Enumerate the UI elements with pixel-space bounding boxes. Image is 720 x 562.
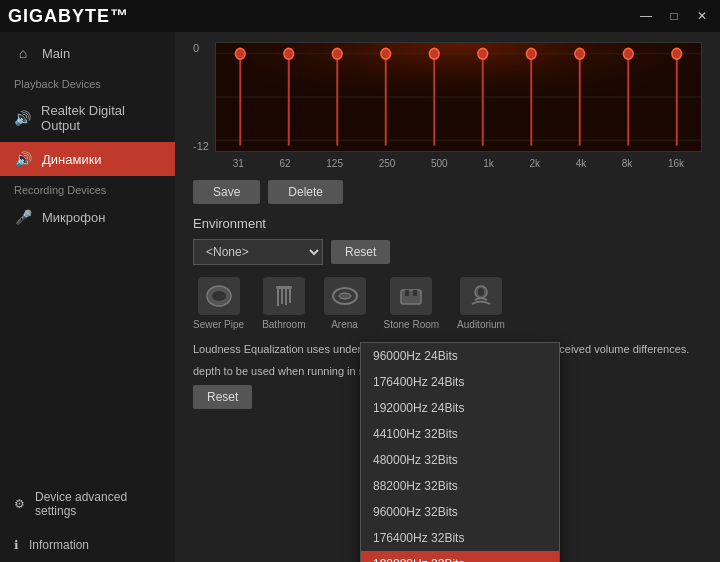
realtek-label: Realtek Digital Output xyxy=(41,103,161,133)
eq-label-250: 250 xyxy=(379,158,396,169)
app-logo: GIGABYTE™ xyxy=(8,6,129,27)
bathroom-icon xyxy=(263,277,305,315)
minimize-button[interactable]: — xyxy=(636,9,656,23)
close-button[interactable]: ✕ xyxy=(692,9,712,23)
save-delete-row: Save Delete xyxy=(193,180,702,204)
bottom-reset-button[interactable]: Reset xyxy=(193,385,252,409)
auditorium-icon xyxy=(460,277,502,315)
sidebar-item-information[interactable]: ℹ Information xyxy=(0,528,175,562)
env-icon-auditorium[interactable]: Auditorium xyxy=(457,277,505,330)
save-button[interactable]: Save xyxy=(193,180,260,204)
maximize-button[interactable]: □ xyxy=(664,9,684,23)
dinamiki-label: Динамики xyxy=(42,152,102,167)
app-body: ⌂ Main Playback Devices 🔊 Realtek Digita… xyxy=(0,32,720,562)
recording-devices-label: Recording Devices xyxy=(0,176,175,200)
environment-title: Environment xyxy=(193,216,702,231)
eq-label-62: 62 xyxy=(280,158,291,169)
sidebar-item-realtek[interactable]: 🔊 Realtek Digital Output xyxy=(0,94,175,142)
environment-icons: Sewer Pipe Bathroom Arena Stone Room xyxy=(193,277,702,330)
content-area: 0 -12 xyxy=(175,32,720,562)
svg-point-8 xyxy=(284,48,294,59)
auditorium-label: Auditorium xyxy=(457,319,505,330)
title-bar: GIGABYTE™ — □ ✕ xyxy=(0,0,720,32)
speaker-icon-dinamiki: 🔊 xyxy=(14,151,32,167)
eq-label-2k: 2k xyxy=(529,158,540,169)
dropdown-item-4[interactable]: 48000Hz 32Bits xyxy=(361,447,559,473)
eq-label-16k: 16k xyxy=(668,158,684,169)
dropdown-item-8[interactable]: 192000Hz 32Bits xyxy=(361,551,559,562)
sidebar-item-device-settings[interactable]: ⚙ Device advanced settings xyxy=(0,480,175,528)
svg-point-6 xyxy=(235,48,245,59)
environment-select[interactable]: <None> xyxy=(193,239,323,265)
sidebar-item-dinamiki[interactable]: 🔊 Динамики xyxy=(0,142,175,176)
dropdown-item-1[interactable]: 176400Hz 24Bits xyxy=(361,369,559,395)
eq-label-minus12: -12 xyxy=(193,140,213,152)
stone-room-icon xyxy=(390,277,432,315)
dropdown-item-0[interactable]: 96000Hz 24Bits xyxy=(361,343,559,369)
eq-label-0: 0 xyxy=(193,42,213,54)
svg-point-20 xyxy=(575,48,585,59)
arena-icon xyxy=(324,277,366,315)
svg-rect-34 xyxy=(401,290,421,304)
svg-point-16 xyxy=(478,48,488,59)
information-label: Information xyxy=(29,538,89,552)
svg-rect-35 xyxy=(405,290,409,296)
dropdown-item-6[interactable]: 96000Hz 32Bits xyxy=(361,499,559,525)
sidebar-spacer xyxy=(0,234,175,480)
mic-label: Микрофон xyxy=(42,210,105,225)
window-controls[interactable]: — □ ✕ xyxy=(636,9,712,23)
env-icon-stone-room[interactable]: Stone Room xyxy=(384,277,440,330)
environment-reset-button[interactable]: Reset xyxy=(331,240,390,264)
sewer-pipe-label: Sewer Pipe xyxy=(193,319,244,330)
dropdown-popup: 96000Hz 24Bits 176400Hz 24Bits 192000Hz … xyxy=(360,342,560,562)
eq-label-1k: 1k xyxy=(483,158,494,169)
dropdown-item-3[interactable]: 44100Hz 32Bits xyxy=(361,421,559,447)
env-icon-arena[interactable]: Arena xyxy=(324,277,366,330)
sidebar: ⌂ Main Playback Devices 🔊 Realtek Digita… xyxy=(0,32,175,562)
dropdown-item-5[interactable]: 88200Hz 32Bits xyxy=(361,473,559,499)
environment-row: <None> Reset xyxy=(193,239,702,265)
bathroom-label: Bathroom xyxy=(262,319,305,330)
sidebar-item-mic[interactable]: 🎤 Микрофон xyxy=(0,200,175,234)
eq-x-labels: 31 62 125 250 500 1k 2k 4k 8k 16k xyxy=(215,154,702,172)
dropdown-item-2[interactable]: 192000Hz 24Bits xyxy=(361,395,559,421)
svg-point-26 xyxy=(212,291,226,301)
svg-point-12 xyxy=(381,48,391,59)
svg-rect-27 xyxy=(276,286,292,289)
arena-label: Arena xyxy=(331,319,358,330)
info-icon: ℹ xyxy=(14,538,19,552)
eq-label-31: 31 xyxy=(233,158,244,169)
eq-label-8k: 8k xyxy=(622,158,633,169)
eq-svg xyxy=(216,43,701,151)
dropdown-item-7[interactable]: 176400Hz 32Bits xyxy=(361,525,559,551)
svg-point-18 xyxy=(526,48,536,59)
svg-rect-36 xyxy=(413,290,417,296)
sidebar-item-main[interactable]: ⌂ Main xyxy=(0,36,175,70)
stone-room-label: Stone Room xyxy=(384,319,440,330)
svg-point-22 xyxy=(623,48,633,59)
device-settings-label: Device advanced settings xyxy=(35,490,161,518)
playback-devices-label: Playback Devices xyxy=(0,70,175,94)
home-icon: ⌂ xyxy=(14,45,32,61)
svg-point-10 xyxy=(332,48,342,59)
eq-label-4k: 4k xyxy=(576,158,587,169)
svg-point-24 xyxy=(672,48,682,59)
eq-label-500: 500 xyxy=(431,158,448,169)
speaker-icon-realtek: 🔊 xyxy=(14,110,31,126)
env-icon-bathroom[interactable]: Bathroom xyxy=(262,277,305,330)
delete-button[interactable]: Delete xyxy=(268,180,343,204)
env-icon-sewer-pipe[interactable]: Sewer Pipe xyxy=(193,277,244,330)
eq-container: 0 -12 xyxy=(193,42,702,172)
eq-y-labels: 0 -12 xyxy=(193,42,213,152)
mic-icon: 🎤 xyxy=(14,209,32,225)
sidebar-main-label: Main xyxy=(42,46,70,61)
svg-point-14 xyxy=(429,48,439,59)
eq-label-125: 125 xyxy=(326,158,343,169)
gear-icon: ⚙ xyxy=(14,497,25,511)
sewer-pipe-icon xyxy=(198,277,240,315)
svg-point-33 xyxy=(339,293,351,299)
svg-point-38 xyxy=(478,288,484,296)
eq-chart-area[interactable] xyxy=(215,42,702,152)
